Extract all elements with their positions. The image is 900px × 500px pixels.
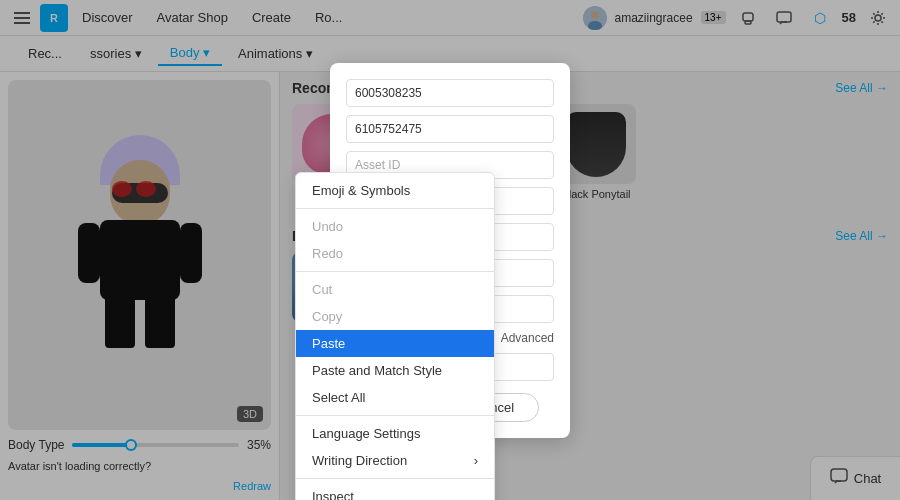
ctx-emoji-symbols[interactable]: Emoji & Symbols [296, 177, 494, 204]
ctx-paste-match[interactable]: Paste and Match Style [296, 357, 494, 384]
ctx-language-settings[interactable]: Language Settings [296, 420, 494, 447]
ctx-writing-direction[interactable]: Writing Direction › [296, 447, 494, 474]
ctx-inspect[interactable]: Inspect [296, 483, 494, 500]
ctx-divider-4 [296, 478, 494, 479]
ctx-select-all[interactable]: Select All [296, 384, 494, 411]
ctx-cut: Cut [296, 276, 494, 303]
ctx-divider-3 [296, 415, 494, 416]
asset-id-input-2[interactable] [346, 115, 554, 143]
advanced-link[interactable]: Advanced [501, 331, 554, 345]
chevron-right-icon: › [474, 453, 478, 468]
ctx-copy: Copy [296, 303, 494, 330]
ctx-redo: Redo [296, 240, 494, 267]
context-menu: Emoji & Symbols Undo Redo Cut Copy Paste… [295, 172, 495, 500]
ctx-paste[interactable]: Paste [296, 330, 494, 357]
ctx-undo: Undo [296, 213, 494, 240]
asset-id-input-1[interactable] [346, 79, 554, 107]
ctx-divider-1 [296, 208, 494, 209]
ctx-divider-2 [296, 271, 494, 272]
